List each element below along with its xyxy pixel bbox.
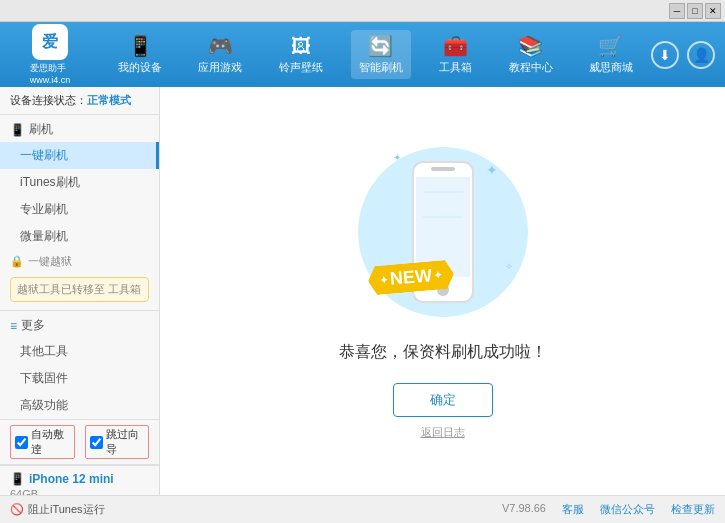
checkbox-row: 自动敷逹 跳过向导 — [0, 419, 159, 465]
more-section-title: ≡ 更多 — [0, 310, 159, 338]
nav-tutorial-label: 教程中心 — [509, 60, 553, 75]
device-name: 📱 iPhone 12 mini — [10, 472, 149, 486]
my-device-icon: 📱 — [128, 34, 153, 58]
phone-container: ✦ ✦ ✧ ✦ — [363, 142, 523, 322]
lock-icon: 🔒 — [10, 255, 24, 268]
nav-smart-flash[interactable]: 🔄 智能刷机 — [351, 30, 411, 79]
nav-ringtones[interactable]: 🖼 铃声壁纸 — [271, 31, 331, 79]
download-button[interactable]: ⬇ — [651, 41, 679, 69]
nav-ringtones-label: 铃声壁纸 — [279, 60, 323, 75]
skip-wizard-checkbox[interactable]: 跳过向导 — [85, 425, 150, 459]
svg-rect-2 — [431, 167, 455, 171]
close-button[interactable]: ✕ — [705, 3, 721, 19]
nav-apps-games[interactable]: 🎮 应用游戏 — [190, 30, 250, 79]
new-star-left: ✦ — [379, 274, 388, 286]
minimize-button[interactable]: ─ — [669, 3, 685, 19]
nav-tutorial[interactable]: 📚 教程中心 — [501, 30, 561, 79]
device-icon: 📱 — [10, 472, 25, 486]
confirm-button[interactable]: 确定 — [393, 383, 493, 417]
sidebar-item-itunes-flash[interactable]: iTunes刷机 — [0, 169, 159, 196]
sparkle-2: ✦ — [393, 152, 401, 163]
sidebar-item-one-key-flash[interactable]: 一键刷机 — [0, 142, 159, 169]
new-star-right: ✦ — [433, 269, 442, 281]
status-left: 🚫 阻止iTunes运行 — [10, 502, 105, 517]
block-itunes-text: 阻止iTunes运行 — [28, 502, 105, 517]
nav-bar: 📱 我的设备 🎮 应用游戏 🖼 铃声壁纸 🔄 智能刷机 🧰 工具箱 📚 教程中心 — [100, 30, 651, 79]
success-illustration: ✦ ✦ ✧ ✦ — [363, 142, 523, 322]
nav-my-device-label: 我的设备 — [118, 60, 162, 75]
logo-text: 爱思助手 www.i4.cn — [30, 62, 71, 85]
device-storage: 64GB — [10, 488, 149, 495]
nav-my-device[interactable]: 📱 我的设备 — [110, 30, 170, 79]
auto-send-input[interactable] — [15, 436, 28, 449]
sidebar-item-download-firmware[interactable]: 下载固件 — [0, 365, 159, 392]
wechat-link[interactable]: 微信公众号 — [600, 502, 655, 517]
nav-store[interactable]: 🛒 威思商城 — [581, 30, 641, 79]
main-layout: 设备连接状态：正常模式 📱 刷机 一键刷机 iTunes刷机 专业刷机 微量刷机… — [0, 87, 725, 495]
nav-smart-flash-label: 智能刷机 — [359, 60, 403, 75]
sparkle-3: ✧ — [505, 261, 513, 272]
locked-section: 🔒 一键越狱 — [0, 250, 159, 273]
header-right: ⬇ 👤 — [651, 41, 715, 69]
nav-store-label: 威思商城 — [589, 60, 633, 75]
user-button[interactable]: 👤 — [687, 41, 715, 69]
logo-icon: 爱 — [32, 24, 68, 60]
sidebar-item-other-tools[interactable]: 其他工具 — [0, 338, 159, 365]
status-bar-bottom: 🚫 阻止iTunes运行 V7.98.66 客服 微信公众号 检查更新 — [0, 495, 725, 523]
nav-apps-games-label: 应用游戏 — [198, 60, 242, 75]
restore-button[interactable]: □ — [687, 3, 703, 19]
auto-send-checkbox[interactable]: 自动敷逹 — [10, 425, 75, 459]
sidebar-item-pro-flash[interactable]: 专业刷机 — [0, 196, 159, 223]
title-bar: ─ □ ✕ — [0, 0, 725, 22]
device-info: 📱 iPhone 12 mini 64GB Down-12mini-13,1 — [0, 465, 159, 495]
smart-flash-icon: 🔄 — [368, 34, 393, 58]
status-right: V7.98.66 客服 微信公众号 检查更新 — [502, 502, 715, 517]
more-section-icon: ≡ — [10, 319, 17, 333]
version-text: V7.98.66 — [502, 502, 546, 517]
success-text: 恭喜您，保资料刷机成功啦！ — [339, 342, 547, 363]
toolbox-icon: 🧰 — [443, 34, 468, 58]
store-icon: 🛒 — [598, 34, 623, 58]
customer-service-link[interactable]: 客服 — [562, 502, 584, 517]
back-link[interactable]: 返回日志 — [421, 425, 465, 440]
header: 爱 爱思助手 www.i4.cn 📱 我的设备 🎮 应用游戏 🖼 铃声壁纸 🔄 … — [0, 22, 725, 87]
new-text: NEW — [389, 265, 433, 290]
tutorial-icon: 📚 — [518, 34, 543, 58]
flash-section-icon: 📱 — [10, 123, 25, 137]
block-itunes-icon: 🚫 — [10, 503, 24, 516]
sidebar-item-advanced[interactable]: 高级功能 — [0, 392, 159, 419]
nav-toolbox[interactable]: 🧰 工具箱 — [431, 30, 480, 79]
warning-box: 越狱工具已转移至 工具箱 — [10, 277, 149, 302]
content-area: ✦ ✦ ✧ ✦ — [160, 87, 725, 495]
check-update-link[interactable]: 检查更新 — [671, 502, 715, 517]
connection-status: 设备连接状态：正常模式 — [0, 87, 159, 115]
sidebar: 设备连接状态：正常模式 📱 刷机 一键刷机 iTunes刷机 专业刷机 微量刷机… — [0, 87, 160, 495]
apps-games-icon: 🎮 — [208, 34, 233, 58]
sidebar-item-micro-flash[interactable]: 微量刷机 — [0, 223, 159, 250]
ringtones-icon: 🖼 — [291, 35, 311, 58]
flash-section-title: 📱 刷机 — [0, 115, 159, 142]
status-value: 正常模式 — [87, 94, 131, 106]
logo[interactable]: 爱 爱思助手 www.i4.cn — [10, 24, 90, 85]
sparkle-1: ✦ — [486, 162, 498, 178]
skip-wizard-input[interactable] — [90, 436, 103, 449]
nav-toolbox-label: 工具箱 — [439, 60, 472, 75]
